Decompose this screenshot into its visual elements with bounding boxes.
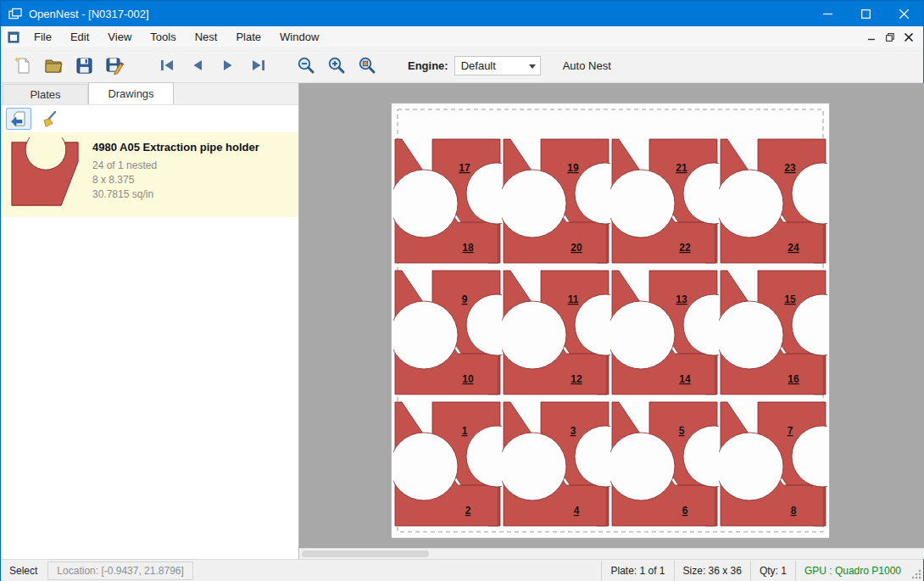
part-number: 1 [462, 425, 468, 437]
go-previous-icon [187, 55, 208, 75]
minimize-button[interactable] [809, 1, 847, 26]
previous-plate-button[interactable] [182, 51, 213, 80]
nest-svg[interactable]: 171819202122232491011121314151612345678 [392, 103, 829, 538]
nest-pair[interactable]: 1516 [715, 271, 829, 394]
pipe-cutout [498, 433, 566, 500]
part-number: 19 [567, 162, 579, 174]
minimize-icon [823, 9, 832, 19]
engine-select[interactable]: Default [454, 56, 541, 75]
broom-icon [40, 109, 58, 128]
menu-bar: File Edit View Tools Nest Plate Window [1, 26, 923, 48]
resize-grip[interactable] [910, 560, 923, 581]
close-button[interactable] [885, 1, 923, 26]
part-number: 17 [459, 162, 470, 174]
pipe-cutout [607, 301, 675, 369]
resize-grip-icon [910, 568, 921, 579]
drawing-list-item[interactable]: 4980 A05 Extraction pipe holder 24 of 1 … [1, 132, 298, 217]
part-number: 13 [676, 293, 687, 305]
replace-part-button[interactable] [6, 108, 31, 130]
zoom-in-button[interactable] [321, 51, 352, 80]
panel-tabstrip: Plates Drawings [1, 83, 298, 105]
status-gpu: GPU : Quadro P1000 [795, 561, 910, 581]
pipe-cutout [498, 170, 566, 237]
pipe-cutout [392, 433, 458, 500]
maximize-icon [861, 9, 871, 19]
nest-pair[interactable]: 78 [715, 402, 829, 526]
maximize-button[interactable] [847, 1, 885, 26]
auto-nest-button[interactable]: Auto Nest [563, 59, 611, 72]
new-button[interactable] [8, 51, 38, 80]
part-number: 23 [784, 162, 796, 174]
zoom-out-button[interactable] [291, 51, 321, 80]
menu-item-nest[interactable]: Nest [186, 26, 227, 47]
main-toolbar: Engine: Default Auto Nest [1, 48, 923, 83]
mdi-restore-button[interactable] [881, 29, 899, 46]
scrollbar-thumb[interactable] [302, 550, 429, 557]
zoom-in-icon [326, 55, 347, 75]
document-icon [8, 31, 19, 43]
status-bar: Select Location: [-0.9437, 21.8796] Plat… [1, 559, 923, 581]
save-button[interactable] [69, 51, 99, 80]
new-document-icon [13, 55, 33, 75]
pipe-cutout [715, 170, 783, 237]
chevron-down-icon [529, 64, 536, 69]
restore-icon [886, 33, 894, 42]
part-number: 15 [784, 293, 796, 305]
app-icon [8, 8, 22, 20]
go-next-icon [218, 55, 238, 75]
go-last-icon [248, 55, 269, 75]
save-icon [74, 55, 94, 75]
part-number: 5 [679, 425, 685, 437]
mdi-minimize-button[interactable] [862, 29, 881, 46]
engine-label: Engine: [408, 59, 448, 72]
last-plate-button[interactable] [243, 51, 274, 80]
mdi-close-button[interactable] [899, 29, 918, 46]
save-edit-button[interactable] [99, 51, 130, 80]
drawing-area: 30.7815 sq/in [92, 187, 259, 202]
open-button[interactable] [38, 51, 69, 80]
menu-item-tools[interactable]: Tools [141, 26, 185, 47]
menu-item-plate[interactable]: Plate [226, 26, 270, 47]
window-title: OpenNest - [N0317-002] [29, 8, 149, 20]
drawing-nested-count: 24 of 1 nested [92, 159, 259, 173]
first-plate-button[interactable] [152, 51, 182, 80]
horizontal-scrollbar[interactable] [299, 548, 924, 559]
tab-plates[interactable]: Plates [3, 84, 88, 104]
pipe-cutout [607, 433, 675, 500]
app-window: OpenNest - [N0317-002] File Edit View To… [0, 0, 924, 581]
nest-canvas[interactable]: 171819202122232491011121314151612345678 [299, 83, 924, 559]
status-size: Size: 36 x 36 [674, 561, 750, 581]
go-first-icon [157, 55, 177, 75]
tab-drawings[interactable]: Drawings [88, 82, 174, 104]
part-number: 20 [571, 242, 582, 254]
pipe-cutout [392, 170, 458, 237]
status-mode: Select [1, 561, 46, 581]
clear-button[interactable] [36, 108, 62, 130]
menu-item-file[interactable]: File [25, 26, 61, 47]
status-qty: Qty: 1 [750, 561, 795, 581]
part-number: 21 [676, 162, 687, 174]
replace-part-icon [9, 109, 28, 128]
pipe-cutout [715, 301, 783, 369]
part-number: 9 [462, 293, 468, 305]
close-icon [899, 9, 909, 19]
pipe-cutout [607, 170, 675, 237]
engine-selected-value: Default [461, 59, 496, 72]
plate[interactable]: 171819202122232491011121314151612345678 [391, 103, 830, 539]
title-bar: OpenNest - [N0317-002] [1, 1, 923, 26]
zoom-fit-button[interactable] [352, 51, 382, 80]
part-number: 6 [682, 505, 688, 517]
menu-item-edit[interactable]: Edit [61, 26, 98, 47]
menu-item-view[interactable]: View [98, 26, 141, 47]
part-number: 11 [568, 293, 579, 305]
nest-pair[interactable]: 2324 [715, 139, 829, 263]
close-icon [905, 33, 913, 42]
drawing-title: 4980 A05 Extraction pipe holder [92, 141, 259, 154]
part-number: 4 [574, 505, 580, 517]
part-number: 14 [679, 373, 691, 385]
zoom-out-icon [296, 55, 316, 75]
save-edit-icon [104, 55, 125, 75]
menu-item-window[interactable]: Window [270, 26, 328, 47]
next-plate-button[interactable] [213, 51, 243, 80]
part-number: 18 [462, 242, 474, 254]
